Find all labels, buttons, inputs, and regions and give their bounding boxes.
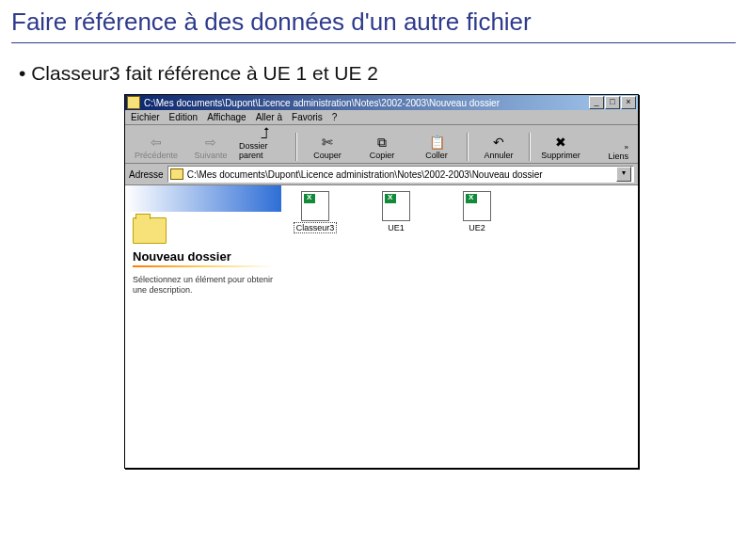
forward-button[interactable]: ⇨ Suivante [183,133,238,161]
excel-file-icon [463,191,491,221]
address-path: C:\Mes documents\Dupont\Licence administ… [187,169,543,180]
file-label: UE2 [467,223,487,232]
up-folder-icon: ⮥ [256,124,275,141]
menu-goto[interactable]: Aller à [256,112,282,122]
side-panel: Nouveau dossier Sélectionnez un élément … [125,185,281,468]
back-label: Précédente [135,151,178,160]
menu-view[interactable]: Affichage [207,112,246,122]
file-area[interactable]: Classeur3 UE1 UE2 [281,185,638,468]
minimize-button[interactable]: _ [589,96,604,109]
panel-heading: Nouveau dossier [133,249,274,264]
paste-icon: 📋 [427,134,446,151]
forward-arrow-icon: ⇨ [201,134,220,151]
delete-button[interactable]: ✖ Supprimer [533,133,588,161]
delete-icon: ✖ [551,134,570,151]
undo-button[interactable]: ↶ Annuler [471,133,526,161]
explorer-window: C:\Mes documents\Dupont\Licence administ… [124,94,639,469]
menu-help[interactable]: ? [332,112,338,122]
undo-icon: ↶ [489,134,508,151]
copy-icon: ⧉ [373,134,391,151]
copy-label: Copier [370,151,395,160]
forward-label: Suivante [194,151,227,160]
undo-label: Annuler [484,151,513,160]
close-button[interactable]: × [621,96,636,109]
back-button[interactable]: ⇦ Précédente [129,133,183,161]
file-classeur3[interactable]: Classeur3 [287,191,343,232]
paste-button[interactable]: 📋 Coller [409,133,464,161]
file-label: Classeur3 [294,223,337,232]
copy-button[interactable]: ⧉ Copier [355,133,409,161]
menu-file[interactable]: Eichier [131,112,160,122]
menu-fav[interactable]: Favoris [292,112,323,122]
toolbar-separator [529,133,531,161]
back-arrow-icon: ⇦ [147,134,166,151]
toolbar-separator [295,133,297,161]
up-label: Dossier parent [239,141,292,160]
folder-big-icon [133,217,167,244]
chevron-icon: » [608,143,628,152]
cut-label: Couper [313,151,342,160]
links-pane[interactable]: » Liens [608,143,634,161]
panel-divider [133,265,274,267]
folder-icon [127,96,140,109]
file-ue2[interactable]: UE2 [449,191,505,232]
folder-icon [170,168,183,180]
window-title: C:\Mes documents\Dupont\Licence administ… [144,98,589,108]
up-button[interactable]: ⮥ Dossier parent [238,123,293,161]
menubar: Eichier Edition Affichage Aller à Favori… [125,110,638,125]
toolbar-separator [467,133,469,161]
cut-button[interactable]: ✄ Couper [300,133,355,161]
address-input[interactable]: C:\Mes documents\Dupont\Licence administ… [167,166,634,183]
scissors-icon: ✄ [318,134,337,151]
menu-edit[interactable]: Edition [169,112,199,122]
file-ue1[interactable]: UE1 [368,191,424,232]
excel-file-icon [382,191,410,221]
panel-banner [125,185,281,212]
delete-label: Supprimer [541,151,580,160]
address-bar: Adresse C:\Mes documents\Dupont\Licence … [125,164,638,185]
address-dropdown-button[interactable]: ▾ [616,167,631,182]
titlebar[interactable]: C:\Mes documents\Dupont\Licence administ… [125,95,638,110]
address-label: Adresse [129,169,164,180]
toolbar: ⇦ Précédente ⇨ Suivante ⮥ Dossier parent… [125,125,638,164]
panel-hint: Sélectionnez un élément pour obtenir une… [133,275,274,296]
links-label: Liens [608,152,628,161]
file-label: UE1 [386,223,406,232]
maximize-button[interactable]: □ [605,96,620,109]
content-area: Nouveau dossier Sélectionnez un élément … [125,185,638,468]
paste-label: Coller [425,151,448,160]
slide-title: Faire référence à des données d'un autre… [11,8,736,43]
excel-file-icon [301,191,329,221]
slide-bullet: Classeur3 fait référence à UE 1 et UE 2 [19,62,736,85]
